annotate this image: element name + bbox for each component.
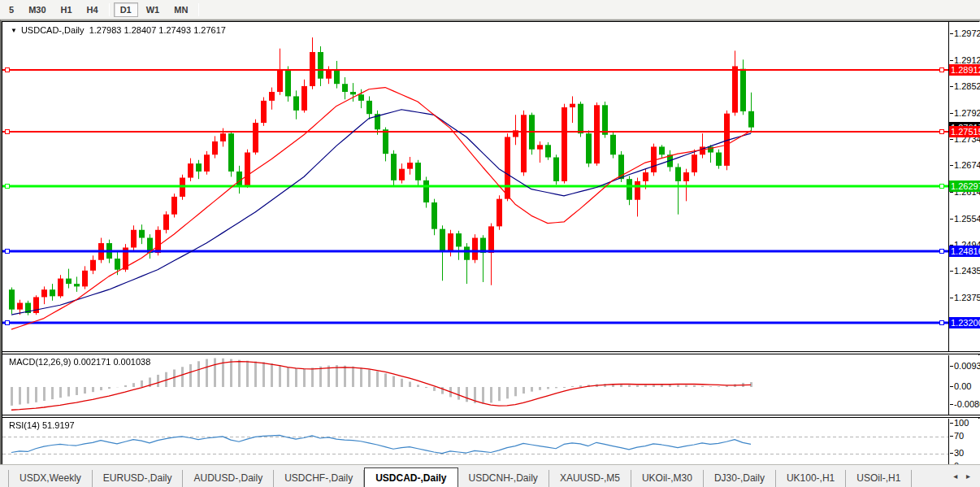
macd-values: 0.002171 0.001038 xyxy=(73,357,150,367)
price-axis-label: 1.29725 xyxy=(954,28,980,38)
symbol-tab-uk100[interactable]: UK100-,H1 xyxy=(776,470,846,487)
price-axis-label: 1.28525 xyxy=(954,81,980,91)
price-tag: 1.23200 xyxy=(949,317,980,328)
timeframe-button-d1[interactable]: D1 xyxy=(114,2,138,17)
toolbar-separator xyxy=(109,3,110,16)
pane-splitter[interactable] xyxy=(2,351,980,354)
timeframe-button-5[interactable]: 5 xyxy=(2,2,20,17)
chart-ohlc-values: 1.27983 1.28407 1.27493 1.27617 xyxy=(89,25,226,35)
symbol-tab-usoil[interactable]: USOil-,H1 xyxy=(846,470,912,487)
price-axis-label: 1.23755 xyxy=(954,293,980,302)
rsi-axis-label: 100 xyxy=(954,418,969,428)
macd-label: MACD(12,26,9) 0.002171 0.001038 xyxy=(9,357,150,367)
price-axis-label: 1.26740 xyxy=(954,160,980,170)
tab-scroll-arrows[interactable]: ◂ ▸ xyxy=(953,472,973,480)
symbol-tab-usdx[interactable]: USDX,Weekly xyxy=(8,470,93,487)
macd-pane: MACD(12,26,9) 0.002171 0.001038 0.009303… xyxy=(2,355,980,415)
chart-window: ▼USDCAD-,Daily 1.27983 1.28407 1.27493 1… xyxy=(0,20,980,464)
price-axis-label: 1.25540 xyxy=(954,214,980,224)
main-chart-canvas[interactable] xyxy=(2,22,948,351)
chart-symbol: USDCAD-,Daily xyxy=(21,25,85,35)
rsi-axis: 10070300 xyxy=(948,419,980,469)
symbol-tab-usdchf[interactable]: USDCHF-,Daily xyxy=(274,470,364,487)
symbol-tab-usdcnh[interactable]: USDCNH-,Daily xyxy=(458,470,549,487)
price-axis-label: 1.27925 xyxy=(954,108,980,118)
price-axis-label: 1.24355 xyxy=(954,266,980,276)
timeframe-toolbar: 5M30H1H4D1W1MN xyxy=(0,0,980,20)
rsi-axis-label: 70 xyxy=(954,431,964,441)
price-tag: 1.26297 xyxy=(949,180,980,192)
timeframe-button-mn[interactable]: MN xyxy=(167,2,194,17)
symbol-tab-eurusd[interactable]: EURUSD-,Daily xyxy=(93,470,184,487)
symbol-tab-audusd[interactable]: AUDUSD-,Daily xyxy=(183,470,274,487)
timeframe-button-m30[interactable]: M30 xyxy=(22,2,52,17)
chart-frame: ▼USDCAD-,Daily 1.27983 1.28407 1.27493 1… xyxy=(2,21,979,464)
pane-splitter[interactable] xyxy=(2,415,980,418)
price-tag: 1.24816 xyxy=(949,246,980,257)
price-axis: 1.297251.291251.285251.279251.273401.267… xyxy=(948,22,980,351)
price-tag: 1.27515 xyxy=(949,126,980,137)
timeframe-button-w1[interactable]: W1 xyxy=(140,2,167,17)
symbol-tab-bar: USDX,WeeklyEURUSD-,DailyAUDUSD-,DailyUSD… xyxy=(0,464,980,487)
macd-axis-label: 0.00 xyxy=(954,381,971,391)
macd-axis-label: -0.00801 xyxy=(954,399,980,409)
rsi-axis-label: 30 xyxy=(954,448,964,458)
price-tag: 1.28912 xyxy=(949,64,980,76)
symbol-tab-ukoil[interactable]: UKOil-,M30 xyxy=(631,470,704,487)
timeframe-button-h4[interactable]: H4 xyxy=(80,2,105,17)
symbol-tab-xauusd[interactable]: XAUUSD-,M5 xyxy=(549,470,631,487)
macd-axis-label: 0.009303 xyxy=(954,361,980,371)
symbol-tab-dj30[interactable]: DJ30-,Daily xyxy=(704,470,776,487)
rsi-pane: RSI(14) 51.9197 10070300 xyxy=(2,419,980,469)
price-axis-label: 1.29125 xyxy=(954,55,980,65)
rsi-label: RSI(14) 51.9197 xyxy=(9,420,75,430)
main-price-pane: ▼USDCAD-,Daily 1.27983 1.28407 1.27493 1… xyxy=(2,22,980,351)
toolbar-separator xyxy=(198,3,199,16)
chart-title: ▼USDCAD-,Daily 1.27983 1.28407 1.27493 1… xyxy=(11,25,226,35)
timeframe-button-h1[interactable]: H1 xyxy=(54,2,79,17)
collapse-triangle-icon[interactable]: ▼ xyxy=(11,27,17,34)
macd-axis: 0.0093030.00-0.00801 xyxy=(948,355,980,415)
symbol-tab-usdcad[interactable]: USDCAD-,Daily xyxy=(364,467,457,487)
rsi-canvas[interactable] xyxy=(2,419,948,469)
rsi-value: 51.9197 xyxy=(42,420,75,430)
